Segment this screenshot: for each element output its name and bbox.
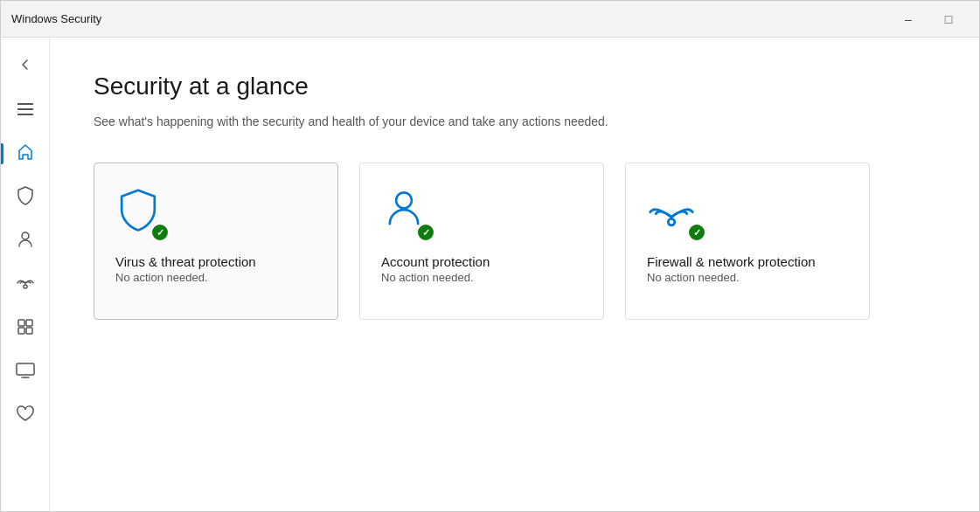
card-virus-status: No action needed.	[115, 271, 316, 284]
home-icon	[17, 143, 34, 165]
maximize-button[interactable]: □	[928, 1, 969, 38]
network-icon	[16, 274, 35, 296]
minimize-button[interactable]: –	[888, 1, 928, 38]
virus-check-badge	[150, 223, 170, 242]
card-virus-protection[interactable]: Virus & threat protection No action need…	[94, 163, 338, 320]
svg-point-11	[668, 218, 674, 225]
svg-rect-5	[18, 320, 24, 326]
sidebar-item-back[interactable]	[1, 45, 49, 88]
title-bar-controls: – □	[888, 1, 969, 38]
svg-rect-8	[26, 328, 32, 334]
sidebar-item-menu[interactable]	[1, 88, 49, 132]
card-virus-label: Virus & threat protection	[115, 254, 316, 269]
device-icon	[16, 363, 35, 383]
health-icon	[16, 405, 35, 427]
card-firewall-text: Firewall & network protection No action …	[647, 254, 848, 284]
card-account-protection[interactable]: Account protection No action needed.	[359, 163, 604, 320]
sidebar-item-home[interactable]	[1, 132, 49, 176]
title-bar-left: Windows Security	[11, 12, 101, 25]
sidebar-item-firewall[interactable]	[1, 263, 49, 307]
svg-rect-7	[18, 328, 24, 334]
page-subtitle: See what's happening with the security a…	[94, 113, 618, 131]
svg-rect-9	[17, 363, 34, 375]
hamburger-icon	[17, 101, 33, 120]
card-firewall-label: Firewall & network protection	[647, 254, 848, 269]
page-title: Security at a glance	[94, 73, 935, 100]
card-account-text: Account protection No action needed.	[381, 254, 582, 284]
sidebar-item-health[interactable]	[1, 394, 49, 438]
app-icon	[17, 318, 34, 340]
sidebar-item-shield[interactable]	[1, 176, 49, 219]
svg-point-4	[24, 285, 27, 288]
svg-point-10	[396, 192, 412, 208]
shield-icon	[17, 186, 34, 210]
sidebar-item-app-control[interactable]	[1, 307, 49, 350]
card-firewall-protection[interactable]: Firewall & network protection No action …	[625, 163, 870, 320]
card-firewall-status: No action needed.	[647, 271, 848, 284]
app-body: Security at a glance See what's happenin…	[1, 38, 979, 511]
firewall-check-badge	[687, 223, 706, 242]
svg-point-3	[22, 232, 29, 239]
back-icon	[17, 57, 33, 77]
app-title: Windows Security	[11, 12, 101, 25]
sidebar-item-device[interactable]	[1, 350, 49, 394]
main-content: Security at a glance See what's happenin…	[50, 38, 979, 511]
account-check-badge	[416, 223, 435, 242]
svg-rect-6	[26, 320, 32, 326]
cards-container: Virus & threat protection No action need…	[94, 163, 935, 320]
sidebar-item-account[interactable]	[1, 219, 49, 263]
card-virus-text: Virus & threat protection No action need…	[115, 254, 316, 284]
card-virus-icon-area	[115, 188, 168, 240]
card-firewall-icon-area	[647, 188, 705, 240]
sidebar	[1, 38, 50, 511]
card-account-label: Account protection	[381, 254, 582, 269]
person-icon	[17, 230, 34, 253]
card-account-icon-area	[381, 188, 434, 240]
card-account-status: No action needed.	[381, 271, 582, 284]
title-bar: Windows Security – □	[1, 1, 979, 38]
